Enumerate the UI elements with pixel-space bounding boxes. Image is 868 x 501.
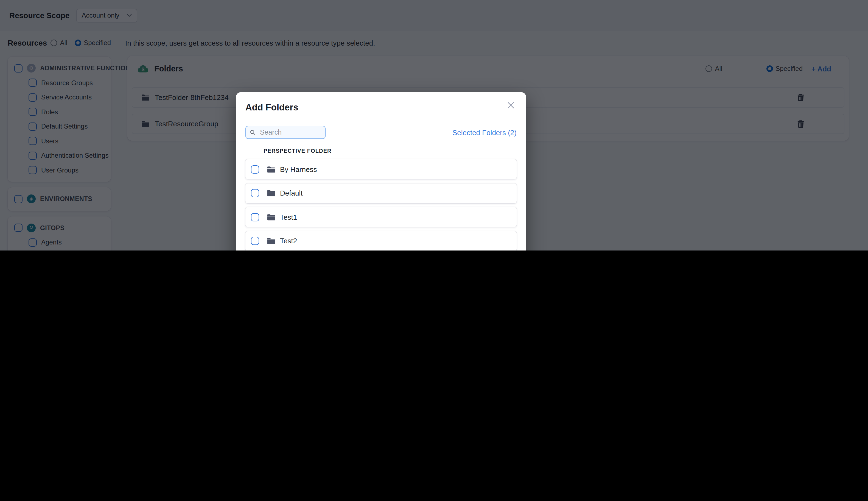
search-box bbox=[246, 126, 326, 139]
perspective-folder-row[interactable]: Test2 bbox=[246, 231, 517, 250]
add-folders-modal: Add Folders Selected Folders (2) PERSPEC… bbox=[236, 92, 526, 250]
folder-icon bbox=[267, 237, 275, 244]
perspective-folder-row[interactable]: Test1 bbox=[246, 207, 517, 227]
folder-checkbox[interactable] bbox=[251, 165, 259, 173]
perspective-folder-row[interactable]: Default bbox=[246, 183, 517, 203]
modal-title: Add Folders bbox=[246, 102, 517, 113]
folder-icon bbox=[267, 166, 275, 173]
folder-checkbox[interactable] bbox=[251, 213, 259, 221]
perspective-folder-list: By HarnessDefaultTest1Test2Test3TestFold… bbox=[246, 159, 517, 250]
perspective-folder-label: Default bbox=[280, 189, 303, 197]
folder-icon bbox=[267, 213, 275, 221]
perspective-folder-label: Test1 bbox=[280, 213, 297, 221]
close-icon[interactable] bbox=[506, 100, 516, 110]
perspective-folder-label: Test2 bbox=[280, 237, 297, 245]
folder-checkbox[interactable] bbox=[251, 237, 259, 245]
modal-toolbar: Selected Folders (2) bbox=[246, 126, 517, 139]
column-header: PERSPECTIVE FOLDER bbox=[263, 148, 517, 154]
selected-folders-link[interactable]: Selected Folders (2) bbox=[452, 128, 517, 137]
page: Resource Scope Account only Resources Al… bbox=[0, 0, 868, 250]
search-input[interactable] bbox=[259, 128, 321, 137]
folder-checkbox[interactable] bbox=[251, 189, 259, 197]
perspective-folder-label: By Harness bbox=[280, 165, 317, 173]
folder-icon bbox=[267, 190, 275, 197]
perspective-folder-row[interactable]: By Harness bbox=[246, 159, 517, 179]
search-icon bbox=[250, 129, 256, 136]
